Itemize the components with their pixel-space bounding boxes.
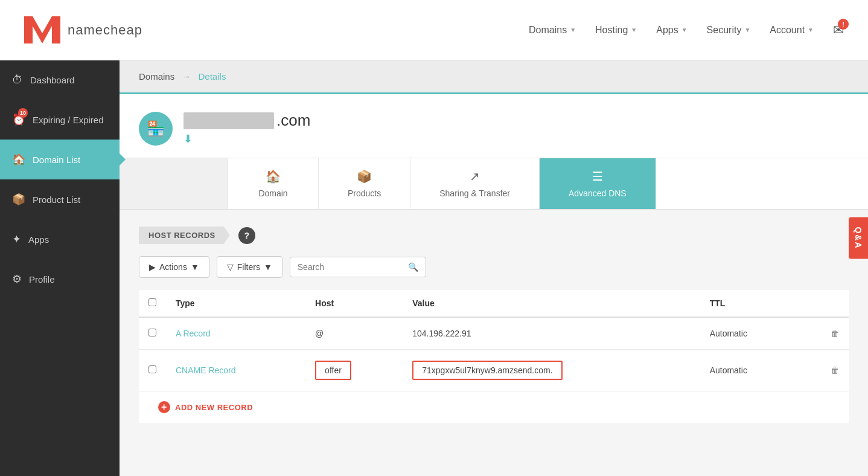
tab-products-icon: 📦 <box>357 169 372 184</box>
namecheap-logo-icon[interactable] <box>24 16 60 43</box>
select-all-checkbox[interactable] <box>148 298 156 306</box>
sidebar-item-profile-label: Profile <box>29 274 55 285</box>
row2-value-value[interactable]: 71xpgxw5ul7knyw9.amzsend.com. <box>412 361 562 380</box>
actions-button[interactable]: ▶ Actions ▼ <box>139 256 209 278</box>
row2-host-value[interactable]: offer <box>315 361 351 380</box>
row2-host: offer <box>305 350 403 391</box>
domain-transfer-icon[interactable]: ⬇ <box>183 132 310 146</box>
tab-dns-icon: ☰ <box>592 169 603 184</box>
col-host: Host <box>305 290 403 317</box>
host-records-label: HOST RECORDS <box>139 227 230 244</box>
domain-avatar-icon: 🏪 <box>147 120 165 137</box>
row1-value: 104.196.222.91 <box>403 317 700 350</box>
add-record-row: + ADD NEW RECORD <box>139 391 849 423</box>
sidebar-item-expiring[interactable]: ⏰ 10 Expiring / Expired <box>0 100 120 140</box>
filters-icon: ▽ <box>227 262 234 272</box>
sidebar-item-expiring-label: Expiring / Expired <box>33 115 104 125</box>
expiring-badge: 10 <box>18 108 28 118</box>
nav-apps-label: Apps <box>656 25 678 36</box>
breadcrumb: Domains → Details <box>120 60 868 94</box>
product-list-icon: 📦 <box>12 193 25 206</box>
filters-chevron: ▼ <box>264 262 272 272</box>
search-icon: 🔍 <box>408 262 418 272</box>
nav-apps-chevron: ▼ <box>681 27 688 33</box>
breadcrumb-separator: → <box>182 71 191 82</box>
nav-account-chevron: ▼ <box>808 27 814 33</box>
row1-ttl: Automatic <box>700 317 800 350</box>
qa-tab[interactable]: Q&A <box>849 217 868 259</box>
filters-button[interactable]: ▽ Filters ▼ <box>217 256 282 278</box>
search-box: 🔍 <box>290 257 426 277</box>
add-new-record-button[interactable]: + ADD NEW RECORD <box>158 401 253 413</box>
sidebar: ⏱ Dashboard ⏰ 10 Expiring / Expired 🏠 Do… <box>0 60 120 476</box>
host-records-label-row: HOST RECORDS ? <box>139 227 849 244</box>
row1-select[interactable] <box>148 329 156 336</box>
col-checkbox <box>139 290 166 317</box>
sidebar-item-product-list[interactable]: 📦 Product List <box>0 179 120 219</box>
sidebar-item-apps[interactable]: ✦ Apps <box>0 219 120 259</box>
actions-play-icon: ▶ <box>149 262 156 272</box>
row2-ttl: Automatic <box>700 350 800 391</box>
row2-delete-button[interactable]: 🗑 <box>800 350 849 391</box>
sidebar-item-domain-list[interactable]: 🏠 Domain List <box>0 140 120 179</box>
nav-hosting-label: Hosting <box>595 25 628 36</box>
add-record-label: ADD NEW RECORD <box>175 403 253 412</box>
page-layout: ⏱ Dashboard ⏰ 10 Expiring / Expired 🏠 Do… <box>0 60 868 476</box>
mail-button[interactable]: ✉ ! <box>833 22 844 38</box>
add-plus-icon: + <box>158 401 170 413</box>
sidebar-item-dashboard[interactable]: ⏱ Dashboard <box>0 60 120 100</box>
tab-sharing-icon: ↗ <box>470 169 480 184</box>
tab-domain-label: Domain <box>258 188 287 198</box>
table-row: A Record @ 104.196.222.91 Automatic 🗑 <box>139 317 849 350</box>
sidebar-item-apps-label: Apps <box>28 234 49 245</box>
toolbar: ▶ Actions ▼ ▽ Filters ▼ 🔍 <box>139 256 849 278</box>
host-records-section: HOST RECORDS ? ▶ Actions ▼ ▽ Filters ▼ 🔍 <box>120 210 868 440</box>
dashboard-icon: ⏱ <box>12 74 23 86</box>
tab-sharing-label: Sharing & Transfer <box>439 188 510 198</box>
logo-area: namecheap <box>24 16 142 43</box>
table-row: CNAME Record offer 71xpgxw5ul7knyw9.amzs… <box>139 350 849 391</box>
actions-chevron: ▼ <box>191 262 199 272</box>
domain-tld: .com <box>276 111 310 130</box>
nav-domains-chevron: ▼ <box>570 27 576 33</box>
tab-products[interactable]: 📦 Products <box>319 158 410 209</box>
row1-type: A Record <box>166 317 305 350</box>
row1-delete-button[interactable]: 🗑 <box>800 317 849 350</box>
row2-type: CNAME Record <box>166 350 305 391</box>
row2-value: 71xpgxw5ul7knyw9.amzsend.com. <box>403 350 700 391</box>
nav-domains-label: Domains <box>529 25 567 36</box>
row1-host: @ <box>305 317 403 350</box>
actions-label: Actions <box>159 262 187 272</box>
tab-empty <box>120 158 228 209</box>
domain-list-icon: 🏠 <box>12 153 25 166</box>
tab-domain-icon: 🏠 <box>266 169 281 184</box>
domain-avatar: 🏪 <box>139 112 173 146</box>
apps-icon: ✦ <box>12 233 21 246</box>
breadcrumb-parent[interactable]: Domains <box>139 71 174 82</box>
tab-products-label: Products <box>348 188 381 198</box>
dns-table: Type Host Value TTL A Record @ <box>139 290 849 391</box>
main-content: Domains → Details 🏪 .com ⬇ 🏠 Domain <box>120 60 868 476</box>
svg-marker-0 <box>24 16 60 43</box>
row2-checkbox <box>139 350 166 391</box>
nav-account[interactable]: Account ▼ <box>770 25 814 36</box>
nav-apps[interactable]: Apps ▼ <box>656 25 687 36</box>
nav-hosting[interactable]: Hosting ▼ <box>595 25 637 36</box>
top-navigation: namecheap Domains ▼ Hosting ▼ Apps ▼ Sec… <box>0 0 868 60</box>
help-button[interactable]: ? <box>238 227 255 244</box>
mail-badge: ! <box>838 19 849 30</box>
tab-sharing[interactable]: ↗ Sharing & Transfer <box>410 158 540 209</box>
nav-domains[interactable]: Domains ▼ <box>529 25 576 36</box>
nav-security[interactable]: Security ▼ <box>707 25 751 36</box>
tab-domain[interactable]: 🏠 Domain <box>228 158 319 209</box>
domain-name-area: .com ⬇ <box>183 111 310 146</box>
search-input[interactable] <box>298 262 403 272</box>
sidebar-item-domain-list-label: Domain List <box>33 155 80 165</box>
sidebar-item-profile[interactable]: ⚙ Profile <box>0 259 120 299</box>
nav-account-label: Account <box>770 25 805 36</box>
row2-select[interactable] <box>148 365 156 373</box>
sidebar-item-dashboard-label: Dashboard <box>30 75 74 85</box>
tab-advanced-dns[interactable]: ☰ Advanced DNS <box>540 158 656 209</box>
col-value: Value <box>403 290 700 317</box>
sidebar-item-product-list-label: Product List <box>33 195 80 205</box>
